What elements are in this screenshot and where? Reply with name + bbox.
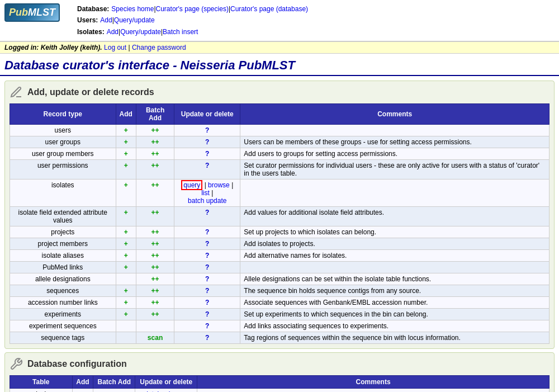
update-link[interactable]: ? bbox=[205, 209, 209, 216]
add-cell[interactable]: + bbox=[116, 180, 136, 207]
batch-link[interactable]: ++ bbox=[151, 310, 159, 318]
add-cell[interactable]: + bbox=[116, 136, 136, 148]
batch-link[interactable]: ++ bbox=[151, 240, 159, 248]
batch-link[interactable]: ++ bbox=[151, 228, 159, 236]
batch-cell[interactable]: ++ bbox=[136, 285, 174, 297]
batch-link[interactable]: ++ bbox=[151, 150, 159, 158]
update-cell[interactable]: databank scan bbox=[135, 389, 197, 392]
add-cell[interactable]: + bbox=[116, 238, 136, 250]
update-link[interactable]: ? bbox=[205, 263, 209, 271]
update-link[interactable]: ? bbox=[205, 138, 209, 146]
batch-link[interactable]: ++ bbox=[151, 209, 159, 216]
batch-cell[interactable]: scan bbox=[136, 332, 174, 344]
curators-page-species-link[interactable]: Curator's page (species) bbox=[156, 3, 229, 15]
update-cell[interactable]: ? bbox=[174, 136, 240, 148]
add-link[interactable]: + bbox=[124, 150, 128, 158]
update-cell[interactable]: ? bbox=[174, 320, 240, 332]
update-link[interactable]: ? bbox=[205, 252, 209, 259]
add-cell[interactable]: + bbox=[116, 160, 136, 180]
batch-cell[interactable]: ++ bbox=[136, 207, 174, 226]
add-link[interactable]: + bbox=[124, 287, 128, 295]
update-cell[interactable]: ? bbox=[174, 148, 240, 160]
add-cell[interactable]: + bbox=[116, 125, 136, 136]
batch-cell[interactable]: ++ bbox=[136, 180, 174, 207]
add-cell[interactable]: + bbox=[116, 250, 136, 262]
batch-cell[interactable]: ++ bbox=[136, 148, 174, 160]
list-link[interactable]: list bbox=[201, 189, 210, 197]
batch-cell[interactable]: ++ bbox=[136, 273, 174, 285]
add-cell[interactable]: + bbox=[116, 309, 136, 320]
add-cell[interactable]: + bbox=[72, 389, 93, 392]
batch-link[interactable]: ++ bbox=[151, 263, 159, 271]
add-cell[interactable]: + bbox=[116, 297, 136, 309]
add-link[interactable]: + bbox=[124, 181, 128, 189]
batch-link[interactable]: ++ bbox=[151, 126, 159, 134]
isolates-add-link[interactable]: Add bbox=[107, 26, 119, 37]
add-link[interactable]: + bbox=[124, 263, 128, 271]
isolates-batch-insert-link[interactable]: Batch insert bbox=[163, 26, 198, 37]
batch-link[interactable]: ++ bbox=[151, 181, 159, 189]
batch-cell[interactable]: ++ bbox=[136, 136, 174, 148]
add-cell[interactable]: + bbox=[116, 226, 136, 238]
batch-cell[interactable]: ++ bbox=[136, 160, 174, 180]
update-cell[interactable]: ? bbox=[174, 285, 240, 297]
batch-link[interactable]: ++ bbox=[151, 252, 159, 259]
add-link[interactable]: + bbox=[124, 209, 128, 216]
add-cell[interactable]: + bbox=[116, 262, 136, 273]
update-cell[interactable]: query | browse | list |batch update bbox=[174, 180, 240, 207]
add-link[interactable]: + bbox=[124, 228, 128, 236]
batch-update-link[interactable]: batch update bbox=[188, 197, 226, 205]
browse-link[interactable]: browse bbox=[208, 181, 230, 189]
add-cell[interactable]: + bbox=[116, 148, 136, 160]
update-cell[interactable]: ? bbox=[174, 297, 240, 309]
batch-link[interactable]: scan bbox=[148, 334, 163, 342]
add-link[interactable]: + bbox=[124, 138, 128, 146]
curators-page-database-link[interactable]: Curator's page (database) bbox=[230, 3, 308, 15]
add-link[interactable]: + bbox=[124, 310, 128, 318]
add-link[interactable]: + bbox=[124, 162, 128, 169]
update-link[interactable]: ? bbox=[205, 287, 209, 295]
add-cell[interactable]: + bbox=[116, 285, 136, 297]
add-link[interactable]: + bbox=[124, 126, 128, 134]
batch-link[interactable]: ++ bbox=[151, 287, 159, 295]
update-link[interactable]: ? bbox=[205, 162, 209, 169]
batch-link[interactable]: ++ bbox=[151, 275, 159, 283]
add-link[interactable]: + bbox=[124, 299, 128, 306]
users-query-update-link[interactable]: Query/update bbox=[114, 15, 155, 26]
isolates-query-update-link[interactable]: Query/update bbox=[120, 26, 161, 37]
update-cell[interactable]: ? bbox=[174, 332, 240, 344]
batch-cell[interactable]: ++ bbox=[136, 226, 174, 238]
add-link[interactable]: + bbox=[124, 240, 128, 248]
batch-cell[interactable]: ++ bbox=[136, 297, 174, 309]
update-link[interactable]: ? bbox=[205, 228, 209, 236]
batch-link[interactable]: ++ bbox=[151, 299, 159, 306]
update-cell[interactable]: ? bbox=[174, 207, 240, 226]
update-cell[interactable]: ? bbox=[174, 125, 240, 136]
batch-cell[interactable]: ++ bbox=[93, 389, 135, 392]
update-cell[interactable]: ? bbox=[174, 238, 240, 250]
change-password-link[interactable]: Change password bbox=[132, 44, 186, 51]
batch-cell[interactable]: ++ bbox=[136, 238, 174, 250]
update-link[interactable]: ? bbox=[205, 299, 209, 306]
update-link[interactable]: ? bbox=[205, 240, 209, 248]
update-cell[interactable]: ? bbox=[174, 262, 240, 273]
update-cell[interactable]: ? bbox=[174, 160, 240, 180]
update-cell[interactable]: ? bbox=[174, 250, 240, 262]
logout-link[interactable]: Log out bbox=[104, 44, 126, 51]
batch-cell[interactable]: ++ bbox=[136, 125, 174, 136]
users-add-link[interactable]: Add bbox=[100, 15, 112, 26]
species-home-link[interactable]: Species home bbox=[111, 3, 154, 15]
update-link[interactable]: ? bbox=[205, 334, 209, 342]
update-cell[interactable]: ? bbox=[174, 309, 240, 320]
update-link[interactable]: ? bbox=[205, 150, 209, 158]
update-link[interactable]: ? bbox=[205, 126, 209, 134]
update-link[interactable]: ? bbox=[205, 310, 209, 318]
batch-cell[interactable]: ++ bbox=[136, 309, 174, 320]
update-cell[interactable]: ? bbox=[174, 226, 240, 238]
query-link[interactable]: query bbox=[181, 180, 202, 190]
update-cell[interactable]: ? bbox=[174, 273, 240, 285]
add-link[interactable]: + bbox=[124, 252, 128, 259]
batch-cell[interactable]: ++ bbox=[136, 262, 174, 273]
batch-link[interactable]: ++ bbox=[151, 138, 159, 146]
batch-cell[interactable]: ++ bbox=[136, 250, 174, 262]
